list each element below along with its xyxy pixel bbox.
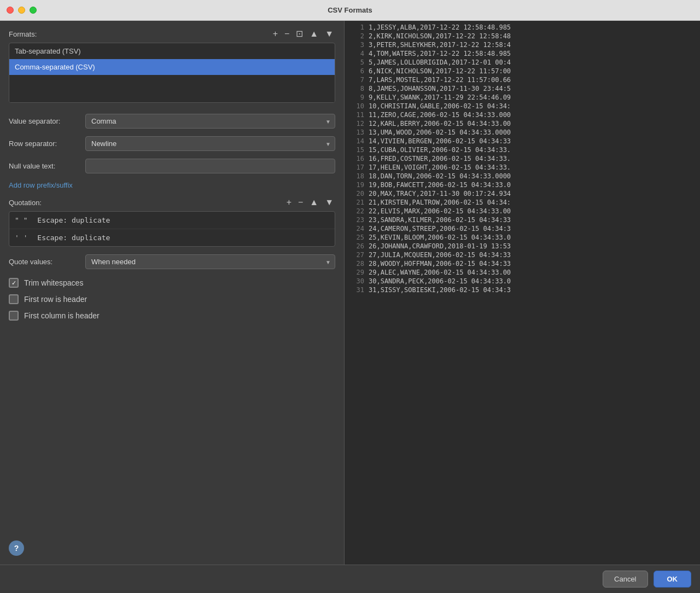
help-button[interactable]: ?: [9, 540, 24, 556]
line-content: 4,TOM,WATERS,2017-12-22 12:58:48.985: [369, 50, 511, 57]
preview-row: 88,JAMES,JOHANSSON,2017-11-30 23:44:5: [345, 84, 700, 93]
row-separator-select[interactable]: Newline CR+LF: [85, 136, 335, 151]
preview-row: 1212,KARL,BERRY,2006-02-15 04:34:33.00: [345, 119, 700, 128]
row-separator-row: Row separator: Newline CR+LF ▼: [9, 136, 335, 151]
bottom-bar: Cancel OK: [0, 565, 700, 593]
row-separator-select-wrapper: Newline CR+LF ▼: [85, 136, 335, 151]
preview-row: 3030,SANDRA,PECK,2006-02-15 04:34:33.0: [345, 277, 700, 286]
quote-values-select-wrapper: When needed Always Never ▼: [85, 254, 335, 269]
null-value-label: Null value text:: [9, 162, 85, 170]
quotation-remove-button[interactable]: −: [296, 198, 305, 207]
formats-add-button[interactable]: +: [271, 30, 279, 38]
preview-row: 1515,CUBA,OLIVIER,2006-02-15 04:34:33.: [345, 146, 700, 154]
line-content: 22,ELVIS,MARX,2006-02-15 04:34:33.00: [369, 207, 511, 215]
first-row-header-checkbox[interactable]: [9, 294, 19, 304]
preview-row: 2626,JOHANNA,CRAWFORD,2018-01-19 13:53: [345, 242, 700, 251]
left-panel: Formats: + − ⊡ ▲ ▼ Tab-separated (TSV) C…: [0, 21, 345, 565]
first-col-header-row: First column is header: [9, 311, 335, 321]
value-separator-select-wrapper: Comma Tab Semicolon Space ▼: [85, 114, 335, 129]
line-number: 19: [349, 181, 364, 189]
quotation-item-single[interactable]: ' ' Escape: duplicate: [9, 229, 335, 246]
line-content: 24,CAMERON,STREEP,2006-02-15 04:34:3: [369, 225, 511, 232]
line-number: 3: [349, 41, 364, 49]
cancel-button[interactable]: Cancel: [603, 571, 648, 588]
line-content: 29,ALEC,WAYNE,2006-02-15 04:34:33.00: [369, 269, 511, 276]
formats-down-button[interactable]: ▼: [323, 30, 335, 38]
preview-row: 2121,KIRSTEN,PALTROW,2006-02-15 04:34:: [345, 198, 700, 207]
title-bar: CSV Formats: [0, 0, 700, 21]
line-content: 1,JESSY,ALBA,2017-12-22 12:58:48.985: [369, 24, 511, 31]
line-number: 11: [349, 111, 364, 119]
line-number: 5: [349, 59, 364, 66]
preview-row: 1313,UMA,WOOD,2006-02-15 04:34:33.0000: [345, 128, 700, 137]
quote-values-select[interactable]: When needed Always Never: [85, 254, 335, 269]
preview-row: 77,LARS,MOSTEL,2017-12-22 11:57:00.66: [345, 75, 700, 84]
formats-up-button[interactable]: ▲: [308, 30, 320, 38]
ok-button[interactable]: OK: [654, 571, 692, 588]
line-number: 17: [349, 164, 364, 171]
preview-row: 55,JAMES,LOLLOBRIGIDA,2017-12-01 00:4: [345, 58, 700, 67]
preview-row: 2929,ALEC,WAYNE,2006-02-15 04:34:33.00: [345, 268, 700, 277]
line-content: 25,KEVIN,BLOOM,2006-02-15 04:34:33.0: [369, 234, 511, 241]
line-content: 19,BOB,FAWCETT,2006-02-15 04:34:33.0: [369, 181, 511, 189]
line-content: 30,SANDRA,PECK,2006-02-15 04:34:33.0: [369, 277, 511, 285]
line-content: 20,MAX,TRACY,2017-11-30 00:17:24.934: [369, 190, 511, 197]
add-row-prefix-suffix-link[interactable]: Add row prefix/suffix: [9, 181, 335, 189]
format-item-csv[interactable]: Comma-separated (CSV): [9, 59, 335, 75]
first-col-header-checkbox[interactable]: [9, 311, 19, 321]
line-content: 7,LARS,MOSTEL,2017-12-22 11:57:00.66: [369, 76, 511, 84]
line-content: 8,JAMES,JOHANSSON,2017-11-30 23:44:5: [369, 85, 511, 92]
line-content: 31,SISSY,SOBIESKI,2006-02-15 04:34:3: [369, 286, 511, 294]
line-number: 27: [349, 251, 364, 259]
quotation-add-button[interactable]: +: [285, 198, 293, 207]
line-content: 9,KELLY,SWANK,2017-11-29 22:54:46.09: [369, 94, 511, 101]
first-row-header-row: First row is header: [9, 294, 335, 304]
line-number: 8: [349, 85, 364, 92]
double-quote-chars: " ": [15, 216, 27, 224]
maximize-button[interactable]: [30, 7, 37, 14]
quotation-down-button[interactable]: ▼: [323, 198, 335, 207]
trim-whitespaces-label: Trim whitespaces: [24, 278, 83, 287]
traffic-lights: [7, 7, 37, 14]
preview-row: 66,NICK,NICHOLSON,2017-12-22 11:57:00: [345, 67, 700, 75]
line-number: 31: [349, 286, 364, 294]
preview-row: 2525,KEVIN,BLOOM,2006-02-15 04:34:33.0: [345, 233, 700, 242]
preview-row: 1616,FRED,COSTNER,2006-02-15 04:34:33.: [345, 154, 700, 163]
preview-row: 3131,SISSY,SOBIESKI,2006-02-15 04:34:3: [345, 286, 700, 294]
single-quote-escape: Escape: duplicate: [37, 234, 110, 242]
line-content: 3,PETER,SHLEYKHER,2017-12-22 12:58:4: [369, 41, 511, 49]
preview-row: 2828,WOODY,HOFFMAN,2006-02-15 04:34:33: [345, 259, 700, 268]
quotation-list: " " Escape: duplicate ' ' Escape: duplic…: [9, 211, 335, 247]
single-quote-chars: ' ': [15, 234, 27, 242]
quotation-up-button[interactable]: ▲: [308, 198, 320, 207]
quotation-item-double[interactable]: " " Escape: duplicate: [9, 212, 335, 229]
line-number: 20: [349, 190, 364, 197]
line-content: 17,HELEN,VOIGHT,2006-02-15 04:34:33.: [369, 164, 511, 171]
preview-row: 2222,ELVIS,MARX,2006-02-15 04:34:33.00: [345, 207, 700, 216]
line-content: 5,JAMES,LOLLOBRIGIDA,2017-12-01 00:4: [369, 59, 511, 66]
null-value-input[interactable]: [85, 159, 335, 173]
line-number: 12: [349, 120, 364, 127]
line-content: 11,ZERO,CAGE,2006-02-15 04:34:33.000: [369, 111, 511, 119]
line-content: 15,CUBA,OLIVIER,2006-02-15 04:34:33.: [369, 146, 511, 154]
quote-values-row: Quote values: When needed Always Never ▼: [9, 254, 335, 269]
line-content: 13,UMA,WOOD,2006-02-15 04:34:33.0000: [369, 129, 511, 136]
line-content: 26,JOHANNA,CRAWFORD,2018-01-19 13:53: [369, 242, 511, 250]
window-title: CSV Formats: [328, 6, 372, 14]
minimize-button[interactable]: [18, 7, 25, 14]
line-number: 4: [349, 50, 364, 57]
close-button[interactable]: [7, 7, 14, 14]
line-content: 28,WOODY,HOFFMAN,2006-02-15 04:34:33: [369, 260, 511, 268]
formats-copy-button[interactable]: ⊡: [294, 30, 305, 38]
trim-whitespaces-checkbox[interactable]: [9, 278, 19, 288]
value-separator-select[interactable]: Comma Tab Semicolon Space: [85, 114, 335, 129]
line-number: 6: [349, 67, 364, 75]
formats-remove-button[interactable]: −: [283, 30, 291, 38]
format-item-tsv[interactable]: Tab-separated (TSV): [9, 43, 335, 59]
line-number: 22: [349, 207, 364, 215]
line-number: 21: [349, 199, 364, 206]
line-number: 15: [349, 146, 364, 154]
line-content: 23,SANDRA,KILMER,2006-02-15 04:34:33: [369, 216, 511, 224]
double-quote-escape: Escape: duplicate: [37, 216, 110, 224]
preview-panel[interactable]: 11,JESSY,ALBA,2017-12-22 12:58:48.98522,…: [345, 21, 700, 565]
